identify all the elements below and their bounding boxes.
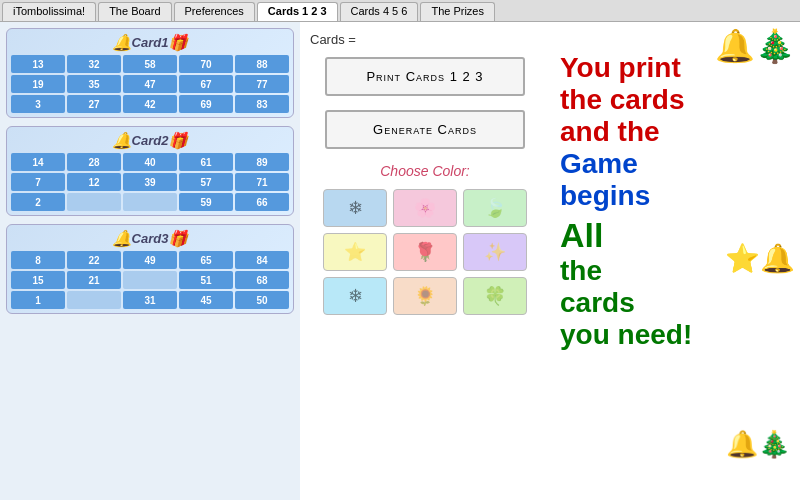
color-swatch-3[interactable]: 🍃 [463,189,527,227]
color-swatch-1[interactable]: ❄ [323,189,387,227]
card-cell: 19 [11,75,65,93]
bells-deco-top: 🔔🎄 [715,27,795,65]
card-cell: 70 [179,55,233,73]
swatch-pattern-7: ❄ [324,278,386,314]
color-swatch-2[interactable]: 🌸 [393,189,457,227]
card-cell: 27 [67,95,121,113]
card-cell: 7 [11,173,65,191]
card-cell: 69 [179,95,233,113]
promo-line-2: the cards [560,84,790,116]
card-cell: 1 [11,291,65,309]
color-swatches: ❄🌸🍃⭐🌹✨❄🌻🍀 [323,189,527,315]
card-cell: 39 [123,173,177,191]
color-swatch-8[interactable]: 🌻 [393,277,457,315]
card-cell: 32 [67,55,121,73]
promo-line-9: you need! [560,319,790,351]
card-header-2: 🔔 Card2 🎁 [11,131,289,150]
cards-area: 🔔 Card1 🎁13325870881935476777327426983🔔 … [0,22,300,500]
tab-bar: iTombolissima!The BoardPreferencesCards … [0,0,800,22]
bingo-card-2: 🔔 Card2 🎁142840618971239577125966 [6,126,294,216]
card-cell: 68 [235,271,289,289]
card-cell: 89 [235,153,289,171]
card-grid-1: 13325870881935476777327426983 [11,55,289,113]
card-cell: 28 [67,153,121,171]
card-cell: 13 [11,55,65,73]
card-cell [123,193,177,211]
tab-cards-1-2-3[interactable]: Cards 1 2 3 [257,2,338,21]
swatch-pattern-2: 🌸 [394,190,456,226]
cards-label: Cards = [310,32,356,47]
card-cell: 8 [11,251,65,269]
card-cell: 83 [235,95,289,113]
card-cell: 88 [235,55,289,73]
tab-itombolissima![interactable]: iTombolissima! [2,2,96,21]
card-cell: 59 [179,193,233,211]
card-cell: 67 [179,75,233,93]
card-grid-3: 822496584152151681314550 [11,251,289,309]
card-cell: 58 [123,55,177,73]
card-cell: 71 [235,173,289,191]
card-cell: 65 [179,251,233,269]
card-cell: 40 [123,153,177,171]
card-cell: 51 [179,271,233,289]
card-cell [67,193,121,211]
card-cell: 49 [123,251,177,269]
card-cell: 47 [123,75,177,93]
tab-the-board[interactable]: The Board [98,2,171,21]
card-cell: 84 [235,251,289,269]
card-cell: 35 [67,75,121,93]
promo-line-3: and the [560,116,790,148]
card-cell: 77 [235,75,289,93]
choose-color-label: Choose Color: [380,163,470,179]
swatch-pattern-9: 🍀 [464,278,526,314]
color-swatch-4[interactable]: ⭐ [323,233,387,271]
card-cell: 57 [179,173,233,191]
promo-line-5: begins [560,180,790,212]
card-cell: 42 [123,95,177,113]
card-grid-2: 142840618971239577125966 [11,153,289,211]
card-cell: 14 [11,153,65,171]
card-header-1: 🔔 Card1 🎁 [11,33,289,52]
right-panel: 🔔🎄 You print the cards and the Game begi… [550,22,800,500]
swatch-pattern-1: ❄ [324,190,386,226]
promo-text: You print the cards and the Game begins … [560,52,790,351]
color-swatch-6[interactable]: ✨ [463,233,527,271]
card-cell: 50 [235,291,289,309]
card-cell: 3 [11,95,65,113]
swatch-pattern-6: ✨ [464,234,526,270]
card-cell: 12 [67,173,121,191]
tab-the-prizes[interactable]: The Prizes [420,2,495,21]
print-button[interactable]: Print Cards 1 2 3 [325,57,525,96]
promo-line-4: Game [560,148,790,180]
generate-button[interactable]: Generate Cards [325,110,525,149]
promo-line-8: cards [560,287,790,319]
card-cell [67,291,121,309]
bells-deco-bot: 🔔🎄 [726,429,790,460]
main-area: 🔔 Card1 🎁13325870881935476777327426983🔔 … [0,22,800,500]
card-cell: 61 [179,153,233,171]
card-cell: 22 [67,251,121,269]
card-cell: 2 [11,193,65,211]
card-cell: 45 [179,291,233,309]
card-cell [123,271,177,289]
star-deco: ⭐🔔 [725,242,795,275]
card-cell: 31 [123,291,177,309]
color-swatch-9[interactable]: 🍀 [463,277,527,315]
color-swatch-7[interactable]: ❄ [323,277,387,315]
card-cell: 66 [235,193,289,211]
card-cell: 15 [11,271,65,289]
swatch-pattern-5: 🌹 [394,234,456,270]
tab-cards-4-5-6[interactable]: Cards 4 5 6 [340,2,419,21]
color-swatch-5[interactable]: 🌹 [393,233,457,271]
swatch-pattern-4: ⭐ [324,234,386,270]
swatch-pattern-8: 🌻 [394,278,456,314]
card-cell: 21 [67,271,121,289]
card-header-3: 🔔 Card3 🎁 [11,229,289,248]
swatch-pattern-3: 🍃 [464,190,526,226]
bingo-card-3: 🔔 Card3 🎁822496584152151681314550 [6,224,294,314]
bingo-card-1: 🔔 Card1 🎁13325870881935476777327426983 [6,28,294,118]
middle-area: Cards = Print Cards 1 2 3 Generate Cards… [300,22,550,500]
tab-preferences[interactable]: Preferences [174,2,255,21]
